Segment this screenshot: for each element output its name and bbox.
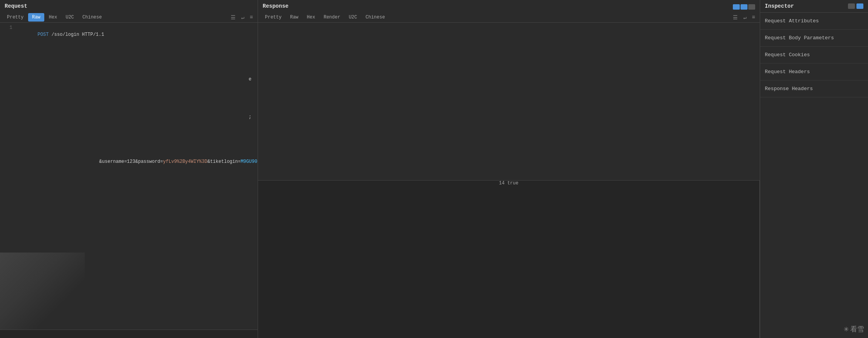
inspector-header: Inspector xyxy=(760,0,868,13)
request-code-area[interactable]: 1 POST /sso/login HTTP/1.1 e ; &username… xyxy=(0,23,258,330)
code-fragment-semicolon: ; xyxy=(0,114,258,120)
request-tab-actions: ☰ ↵ ≡ xyxy=(229,13,255,22)
newline-icon-response[interactable]: ↵ xyxy=(742,13,748,22)
tab-raw-response[interactable]: Raw xyxy=(286,13,302,22)
request-panel: Request Pretty Raw Hex U2C Chinese ☰ ↵ ≡… xyxy=(0,0,258,338)
code-fragment-e: e xyxy=(0,76,258,83)
inspector-header-buttons xyxy=(848,3,863,9)
tab-u2c-request[interactable]: U2C xyxy=(62,13,78,22)
watermark-text: 看雪 xyxy=(850,325,864,334)
code-params-line: &username=123&password=yfLv9%2By4WIY%3D&… xyxy=(0,151,258,172)
tab-pretty-response[interactable]: Pretty xyxy=(261,13,285,22)
inspector-item-request-cookies[interactable]: Request Cookies xyxy=(760,47,868,64)
tab-hex-response[interactable]: Hex xyxy=(303,13,319,22)
tab-render-response[interactable]: Render xyxy=(320,13,344,22)
list-icon-response[interactable]: ☰ xyxy=(731,13,739,22)
request-title: Request xyxy=(5,3,253,9)
view-btn-3[interactable] xyxy=(748,4,755,10)
inspector-panel: Inspector Request Attributes Request Bod… xyxy=(760,0,868,338)
inspector-btn-2[interactable] xyxy=(856,3,863,9)
response-tab-actions: ☰ ↵ ≡ xyxy=(731,13,757,22)
response-status-line: 14 true xyxy=(499,181,518,186)
watermark-icon: ✳ xyxy=(844,324,849,334)
list-icon-request[interactable]: ☰ xyxy=(229,13,237,22)
response-tab-bar: Pretty Raw Hex Render U2C Chinese ☰ ↵ ≡ xyxy=(258,12,760,23)
request-tab-bar: Pretty Raw Hex U2C Chinese ☰ ↵ ≡ xyxy=(0,12,258,23)
menu-icon-response[interactable]: ≡ xyxy=(751,13,757,21)
menu-icon-request[interactable]: ≡ xyxy=(248,13,255,21)
inspector-title: Inspector xyxy=(765,3,794,9)
inspector-item-request-headers[interactable]: Request Headers xyxy=(760,64,868,80)
code-line-1: 1 POST /sso/login HTTP/1.1 xyxy=(0,24,258,45)
watermark: ✳ 看雪 xyxy=(844,324,864,334)
request-header: Request xyxy=(0,0,258,12)
tab-pretty-request[interactable]: Pretty xyxy=(3,13,27,22)
gradient-overlay xyxy=(0,253,85,330)
newline-icon-request[interactable]: ↵ xyxy=(240,13,246,22)
response-body xyxy=(258,23,760,180)
tab-chinese-response[interactable]: Chinese xyxy=(362,13,389,22)
inspector-btn-1[interactable] xyxy=(848,3,855,9)
view-btn-1[interactable] xyxy=(733,4,740,10)
tab-chinese-request[interactable]: Chinese xyxy=(79,13,106,22)
tab-hex-request[interactable]: Hex xyxy=(45,13,61,22)
inspector-item-request-attributes[interactable]: Request Attributes xyxy=(760,13,868,30)
inspector-item-request-body-parameters[interactable]: Request Body Parameters xyxy=(760,30,868,47)
response-panel: Response Pretty Raw Hex Render U2C Chine… xyxy=(258,0,760,338)
inspector-item-response-headers[interactable]: Response Headers xyxy=(760,80,868,97)
request-bottom-bar xyxy=(0,330,258,338)
tab-raw-request[interactable]: Raw xyxy=(28,13,44,22)
view-btn-2[interactable] xyxy=(741,4,747,10)
tab-u2c-response[interactable]: U2C xyxy=(345,13,361,22)
response-view-buttons xyxy=(733,4,755,10)
response-title: Response xyxy=(263,3,288,9)
